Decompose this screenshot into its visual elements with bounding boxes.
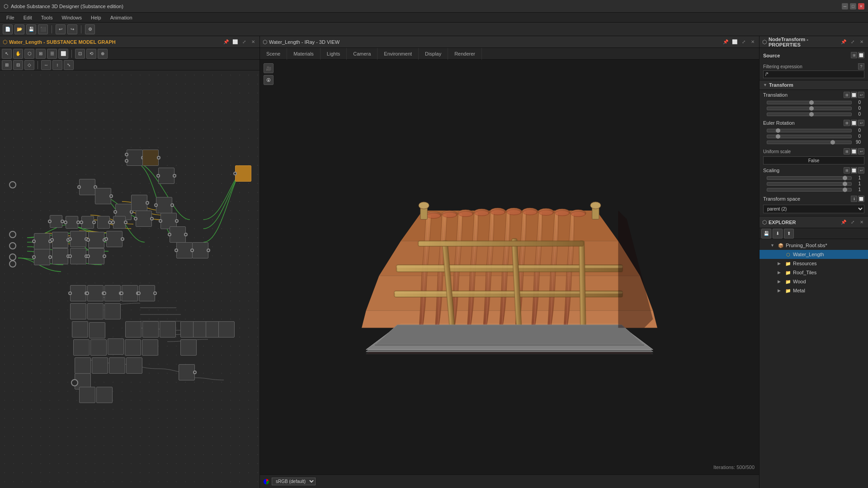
- uniform-scale-btn3[interactable]: ↩: [858, 148, 864, 155]
- view-float-btn[interactable]: ⬜: [731, 38, 738, 46]
- graph-tool2-1[interactable]: ⊞: [2, 60, 12, 70]
- graph-circle-node[interactable]: [9, 181, 16, 188]
- graph-node[interactable]: [136, 211, 152, 227]
- graph-node[interactable]: [160, 321, 176, 338]
- scaling-z-slider[interactable]: [767, 188, 852, 192]
- euler-btn2[interactable]: ⬜: [851, 120, 857, 126]
- props-max-btn[interactable]: ⤢: [849, 38, 856, 46]
- graph-tool-4[interactable]: ⊞: [36, 49, 46, 59]
- transform-space-expand[interactable]: ⬜: [858, 196, 864, 202]
- graph-node[interactable]: [70, 303, 86, 319]
- trans-btn3[interactable]: ↩: [858, 92, 864, 98]
- graph-node[interactable]: [95, 188, 111, 204]
- graph-node[interactable]: [70, 231, 86, 247]
- graph-tool-9[interactable]: ⊕: [98, 49, 108, 59]
- graph-node[interactable]: [92, 357, 108, 374]
- scaling-btn3[interactable]: ↩: [858, 167, 864, 174]
- props-pin-btn[interactable]: 📌: [840, 38, 847, 46]
- translation-y-slider[interactable]: [767, 107, 852, 110]
- tree-item-resources[interactable]: ▶ 📁 Resources: [760, 259, 868, 268]
- translation-x-slider[interactable]: [767, 101, 852, 104]
- close-btn[interactable]: ✕: [858, 3, 864, 9]
- graph-node[interactable]: [70, 248, 86, 264]
- menu-help[interactable]: Help: [86, 13, 106, 23]
- graph-tool-3[interactable]: ⬡: [24, 49, 34, 59]
- graph-node[interactable]: [104, 285, 121, 301]
- uniform-scale-checkbox[interactable]: False: [763, 156, 864, 164]
- graph-node[interactable]: [125, 321, 142, 338]
- explorer-import[interactable]: ⬇: [773, 229, 783, 239]
- graph-node[interactable]: [79, 387, 95, 403]
- nav-materials[interactable]: Materials: [287, 48, 321, 60]
- graph-circle-node[interactable]: [9, 242, 16, 249]
- graph-node[interactable]: [34, 233, 50, 249]
- graph-node[interactable]: [126, 357, 142, 374]
- source-btn1[interactable]: ⊞: [851, 52, 857, 58]
- graph-node[interactable]: [88, 232, 104, 248]
- view-close-btn[interactable]: ✕: [749, 38, 756, 46]
- graph-node[interactable]: [156, 197, 172, 213]
- transform-space-info[interactable]: ℹ: [851, 196, 857, 202]
- graph-node[interactable]: [127, 150, 143, 166]
- view-canvas[interactable]: 🎥 ⦿: [260, 60, 759, 474]
- tree-item-water-length[interactable]: ⬡ Water_Length: [760, 250, 868, 259]
- source-btn2[interactable]: ⬜: [858, 52, 864, 58]
- graph-tool-5[interactable]: ☰: [47, 49, 57, 59]
- graph-output-node[interactable]: [235, 165, 251, 182]
- graph-node[interactable]: [34, 249, 50, 265]
- scaling-x-slider[interactable]: [767, 176, 852, 180]
- tree-item-roof-tiles[interactable]: ▶ 📁 Roof_Tiles: [760, 268, 868, 277]
- trans-btn1[interactable]: ⊞: [844, 92, 850, 98]
- uniform-scale-btn2[interactable]: ⬜: [851, 148, 857, 155]
- tree-item-project[interactable]: ▼ 📦 Pruning_Roof.sbs*: [760, 241, 868, 250]
- toolbar-redo[interactable]: ↪: [67, 24, 77, 34]
- graph-node[interactable]: [142, 321, 159, 338]
- explorer-max-btn[interactable]: ⤢: [849, 219, 856, 226]
- graph-node[interactable]: [131, 195, 147, 211]
- graph-node[interactable]: [66, 216, 78, 229]
- graph-circle-node[interactable]: [9, 253, 16, 261]
- graph-node[interactable]: [88, 248, 104, 264]
- filter-info-btn[interactable]: ?: [858, 63, 864, 70]
- scaling-btn2[interactable]: ⬜: [851, 167, 857, 174]
- graph-canvas[interactable]: [0, 70, 259, 488]
- menu-animation[interactable]: Animation: [106, 13, 137, 23]
- graph-node[interactable]: [73, 339, 90, 356]
- trans-btn2[interactable]: ⬜: [851, 92, 857, 98]
- graph-tool-pan[interactable]: ✋: [13, 49, 23, 59]
- graph-tool-6[interactable]: ⬜: [58, 49, 68, 59]
- tree-item-wood[interactable]: ▶ 📁 Wood: [760, 277, 868, 286]
- menu-windows[interactable]: Windows: [57, 13, 86, 23]
- translation-z-slider[interactable]: [767, 113, 852, 116]
- graph-node[interactable]: [170, 226, 186, 243]
- graph-tool2-3[interactable]: ◇: [24, 60, 34, 70]
- graph-node[interactable]: [109, 357, 125, 374]
- graph-node[interactable]: [81, 216, 94, 229]
- graph-max-btn[interactable]: ⤢: [241, 38, 248, 46]
- toolbar-undo[interactable]: ↩: [56, 24, 66, 34]
- menu-file[interactable]: File: [2, 13, 19, 23]
- nav-environment[interactable]: Environment: [377, 48, 419, 60]
- toolbar-new[interactable]: 📄: [3, 24, 13, 34]
- nav-lights[interactable]: Lights: [321, 48, 347, 60]
- graph-node[interactable]: [52, 232, 68, 248]
- graph-node[interactable]: [96, 387, 113, 403]
- graph-node[interactable]: [108, 338, 124, 355]
- graph-node[interactable]: [180, 339, 197, 356]
- transform-space-select[interactable]: parent (2): [763, 205, 864, 213]
- explorer-pin-btn[interactable]: 📌: [840, 219, 847, 226]
- nav-display[interactable]: Display: [419, 48, 448, 60]
- graph-node[interactable]: [125, 339, 141, 356]
- euler-y-slider[interactable]: [767, 135, 852, 138]
- graph-node[interactable]: [89, 322, 105, 338]
- graph-tool-7[interactable]: ⊡: [75, 49, 85, 59]
- scaling-y-slider[interactable]: [767, 182, 852, 186]
- graph-node[interactable]: [70, 285, 86, 301]
- filter-input[interactable]: [763, 70, 864, 78]
- toolbar-extra-1[interactable]: ⚙: [85, 24, 95, 34]
- graph-tool2-6[interactable]: ⤡: [64, 60, 74, 70]
- explorer-close-btn[interactable]: ✕: [858, 219, 865, 226]
- graph-node[interactable]: [52, 248, 68, 264]
- graph-node[interactable]: [218, 321, 235, 338]
- euler-x-slider[interactable]: [767, 129, 852, 132]
